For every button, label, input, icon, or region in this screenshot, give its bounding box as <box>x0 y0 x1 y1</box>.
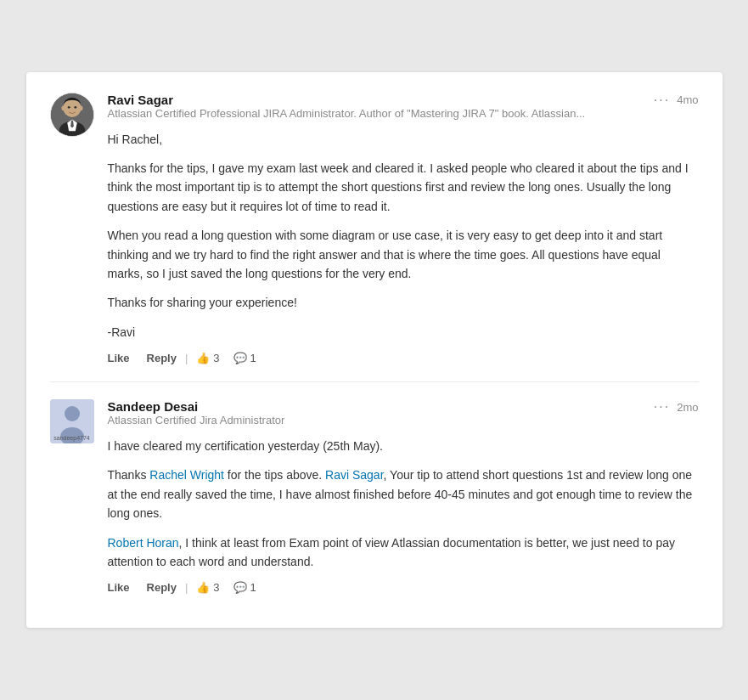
comment-icon-sandeep: 💬 <box>233 581 247 594</box>
comment-ravi: Ravi Sagar Atlassian Certified Professio… <box>50 93 699 382</box>
reply-button-ravi[interactable]: Reply <box>147 352 177 364</box>
comment-actions-ravi: Like Reply | 👍 3 💬 1 <box>108 352 699 364</box>
reactions-sandeep: 👍 3 💬 1 <box>196 581 256 594</box>
header-right-ravi: ··· 4mo <box>654 93 699 108</box>
para-ravi-2: When you read a long question with some … <box>108 226 699 283</box>
more-options-ravi[interactable]: ··· <box>654 93 670 108</box>
author-name-ravi: Ravi Sagar <box>108 93 586 107</box>
para-ravi-0: Hi Rachel, <box>108 130 699 149</box>
comment-header-sandeep: Sandeep Desai Atlassian Certified Jira A… <box>108 399 699 435</box>
svg-point-4 <box>74 105 76 108</box>
svg-point-8 <box>65 406 80 421</box>
avatar-sandeep: sandeep4774 sandeep4774 <box>50 399 94 443</box>
para-ravi-4: -Ravi <box>108 323 699 342</box>
para-ravi-3: Thanks for sharing your experience! <box>108 293 699 312</box>
author-name-sandeep: Sandeep Desai <box>108 399 285 414</box>
avatar-ravi <box>50 93 94 137</box>
comment-header-ravi: Ravi Sagar Atlassian Certified Professio… <box>108 93 699 128</box>
time-ago-sandeep: 2mo <box>677 401 698 414</box>
svg-text:sandeep4774: sandeep4774 <box>59 443 85 443</box>
para-sandeep-2: Robert Horan, I think at least from Exam… <box>108 533 699 572</box>
comments-card: Ravi Sagar Atlassian Certified Professio… <box>26 72 723 629</box>
link-rachel[interactable]: Rachel Wright <box>149 468 224 482</box>
thumbs-icon-sandeep: 👍 <box>196 581 210 594</box>
svg-point-5 <box>61 105 65 110</box>
comment-reaction-ravi: 💬 1 <box>233 352 256 364</box>
like-button-sandeep[interactable]: Like <box>108 581 130 594</box>
comment-reaction-sandeep: 💬 1 <box>233 581 256 594</box>
header-right-sandeep: ··· 2mo <box>654 399 699 415</box>
svg-point-3 <box>67 105 70 108</box>
thumbs-reaction-sandeep: 👍 3 <box>196 581 219 594</box>
author-title-sandeep: Atlassian Certified Jira Administrator <box>108 414 285 426</box>
reply-button-sandeep[interactable]: Reply <box>147 581 177 594</box>
comment-text-ravi: Hi Rachel, Thanks for the tips, I gave m… <box>108 130 699 342</box>
comment-icon-ravi: 💬 <box>233 352 247 364</box>
comment-count-ravi: 1 <box>250 352 256 364</box>
thumbs-reaction-ravi: 👍 3 <box>196 352 219 364</box>
thumbs-icon-ravi: 👍 <box>196 352 210 364</box>
comment-body-ravi: Ravi Sagar Atlassian Certified Professio… <box>108 93 699 365</box>
para-ravi-1: Thanks for the tips, I gave my exam last… <box>108 159 699 216</box>
svg-point-1 <box>63 99 81 116</box>
link-robert[interactable]: Robert Horan <box>108 536 179 550</box>
author-title-ravi: Atlassian Certified Professional JIRA Ad… <box>108 107 586 120</box>
comment-sandeep: sandeep4774 sandeep4774 Sandeep Desai At… <box>50 381 699 611</box>
para-sandeep-0: I have cleared my certification yesterda… <box>108 437 699 455</box>
comment-body-sandeep: Sandeep Desai Atlassian Certified Jira A… <box>108 399 699 594</box>
comment-count-sandeep: 1 <box>250 581 256 594</box>
comment-text-sandeep: I have cleared my certification yesterda… <box>108 437 699 571</box>
comment-actions-sandeep: Like Reply | 👍 3 💬 1 <box>108 581 699 594</box>
time-ago-ravi: 4mo <box>677 93 698 106</box>
svg-point-6 <box>79 105 82 110</box>
more-options-sandeep[interactable]: ··· <box>654 399 670 415</box>
reactions-ravi: 👍 3 💬 1 <box>196 352 256 364</box>
thumbs-count-ravi: 3 <box>213 352 219 364</box>
separator-4: | <box>185 581 188 594</box>
link-ravi[interactable]: Ravi Sagar <box>325 468 383 482</box>
para-sandeep-1: Thanks Rachel Wright for the tips above.… <box>108 466 699 522</box>
separator-2: | <box>185 352 188 364</box>
thumbs-count-sandeep: 3 <box>213 581 219 594</box>
like-button-ravi[interactable]: Like <box>108 352 130 364</box>
